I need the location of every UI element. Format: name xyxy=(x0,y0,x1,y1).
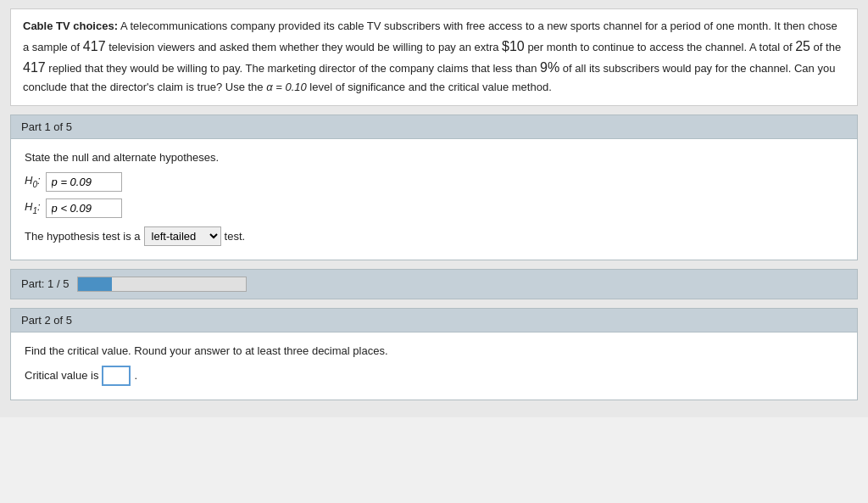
part2-content: Find the critical value. Round your answ… xyxy=(11,333,857,400)
progress-label: Part: 1 / 5 xyxy=(21,277,69,290)
h0-input[interactable] xyxy=(46,172,122,192)
test-prefix: The hypothesis test is a xyxy=(25,230,141,243)
part1-instruction: State the null and alternate hypotheses. xyxy=(25,151,843,164)
part2-section: Part 2 of 5 Find the critical value. Rou… xyxy=(10,308,858,400)
h1-label: H1: xyxy=(25,200,41,215)
critical-value-input[interactable] xyxy=(102,366,131,386)
part1-section: Part 1 of 5 State the null and alternate… xyxy=(10,115,858,260)
test-type-select[interactable]: left-tailed right-tailed two-tailed xyxy=(144,226,221,246)
progress-bar-fill xyxy=(78,277,112,291)
problem-intro: Cable TV choices: A telecommunications c… xyxy=(23,20,841,93)
test-suffix: test. xyxy=(225,230,246,243)
part2-instruction: Find the critical value. Round your answ… xyxy=(25,344,843,357)
critical-value-row: Critical value is . xyxy=(25,366,843,386)
h0-row: H0: xyxy=(25,172,843,192)
part1-content: State the null and alternate hypotheses.… xyxy=(11,139,857,260)
progress-section: Part: 1 / 5 xyxy=(10,269,858,299)
h0-label: H0: xyxy=(25,174,41,189)
part2-header: Part 2 of 5 xyxy=(11,309,857,333)
part1-header: Part 1 of 5 xyxy=(11,115,857,139)
test-type-row: The hypothesis test is a left-tailed rig… xyxy=(25,226,843,246)
h1-row: H1: xyxy=(25,198,843,218)
progress-bar xyxy=(77,277,247,292)
problem-statement: Cable TV choices: A telecommunications c… xyxy=(10,8,858,106)
critical-value-label: Critical value is xyxy=(25,369,98,382)
h1-input[interactable] xyxy=(46,198,122,218)
critical-value-period: . xyxy=(134,369,137,382)
